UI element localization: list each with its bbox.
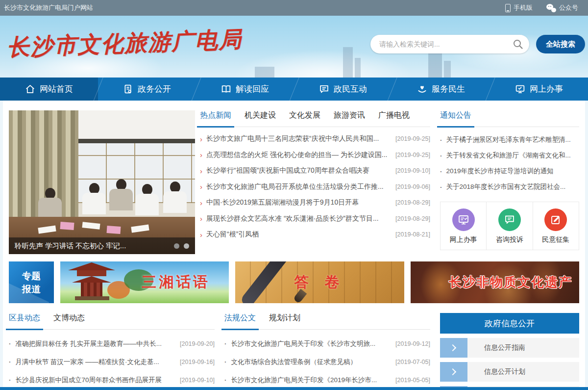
district-item[interactable]: 长沙县庆祝新中国成立70周年群众书画作品展开展 [2019-09-10] [9, 371, 215, 389]
news-item-date: [2019-08-29] [395, 215, 430, 222]
news-item-title: 点亮理想信念的火炬 强化初心使命的担当— 为长沙建设国... [206, 151, 392, 159]
site-name: 长沙市文化旅游广电局门户网站 [4, 3, 93, 12]
book-icon [221, 84, 231, 94]
wechat-account-link[interactable]: 公众号 [546, 3, 578, 12]
carousel-caption[interactable]: 聆听先声 学习讲话 不忘初心 牢记... [15, 241, 126, 251]
regulation-item[interactable]: 文化市场综合执法管理条例（征求意见稿） [2019-07-05] [224, 353, 430, 371]
tab-broadcast-tv[interactable]: 广播电视 [378, 110, 410, 127]
tab-tourism-info[interactable]: 旅游资讯 [334, 110, 365, 127]
search-area: 全站搜索 [370, 35, 585, 53]
chevron-right-icon [440, 362, 467, 382]
notice-section: 通知公告 关于橘子洲景区对毛泽东青年艺术雕塑清... 关于转发省文化和旅游厅《湖… [440, 110, 579, 254]
quick-link-opinion-collection[interactable]: 民意征集 [533, 202, 579, 250]
tab-hot-news[interactable]: 热点新闻 [200, 110, 231, 127]
bottom-row: 区县动态 文博动态 准确把握目标任务 扎实开展主题教育——中共长... [201… [9, 313, 579, 390]
tab-district-news[interactable]: 区县动态 [9, 313, 40, 329]
document-icon [123, 84, 133, 94]
quick-link-online-services[interactable]: 网上办事 [441, 202, 486, 250]
banner-dajuan[interactable]: 答 卷 [235, 261, 404, 303]
monitor-icon [515, 84, 525, 94]
search-input[interactable] [378, 40, 513, 49]
mobile-version-link[interactable]: 手机版 [505, 3, 533, 12]
news-item[interactable]: 中国·长沙2019第五届湖湘动漫月将于9月10日开幕 [2019-08-29] [200, 195, 430, 211]
banner-intangible-heritage[interactable]: 长沙非物质文化遗产 [411, 261, 579, 303]
nav-item-home[interactable]: 网站首页 [0, 78, 98, 101]
special-box-line2: 报道 [22, 283, 41, 296]
district-item-date: [2019-09-20] [180, 340, 215, 347]
notice-title[interactable]: 通知公告 [440, 110, 471, 127]
quick-link-label: 网上办事 [441, 235, 486, 244]
district-item[interactable]: 月满中秋节 苗汉一家亲 ——精准扶贫·文化走基... [2019-09-16] [9, 353, 215, 371]
notice-item-title: 关于橘子洲景区对毛泽东青年艺术雕塑清... [446, 135, 580, 144]
nav-item-public-service[interactable]: 服务民生 [392, 78, 490, 101]
tab-regulations[interactable]: 法规公文 [224, 313, 256, 329]
news-item-date: [2019-09-25] [395, 152, 430, 158]
tab-culture-development[interactable]: 文化发展 [289, 110, 320, 127]
quick-link-label: 咨询投诉 [487, 235, 532, 244]
regulation-item-title: 长沙市文化旅游广电局关于印发《2019年长沙市... [231, 376, 393, 385]
quick-link-consult-complaint[interactable]: 咨询投诉 [486, 202, 532, 250]
news-item-title: 长沙市文旅广电局十三名同志荣获“庆祝中华人民共和国... [206, 134, 392, 143]
district-item-title: 准确把握目标任务 扎实开展主题教育——中共长... [16, 339, 177, 348]
nav-label: 网站首页 [40, 83, 73, 95]
nav-item-gov-affairs[interactable]: 政务公开 [98, 78, 196, 101]
district-item-title: 长沙县庆祝新中国成立70周年群众书画作品展开展 [16, 376, 177, 385]
pavilion-graphic [68, 262, 115, 270]
tab-agency-building[interactable]: 机关建设 [245, 110, 276, 127]
notice-list: 关于橘子洲景区对毛泽东青年艺术雕塑清... 关于转发省文化和旅游厅《湖南省文化和… [440, 132, 579, 195]
district-section: 区县动态 文博动态 准确把握目标任务 扎实开展主题教育——中共长... [201… [9, 313, 215, 390]
mobile-version-label: 手机版 [514, 3, 533, 12]
notice-item[interactable]: 2019年度长沙市持证导游培训的通知 [440, 163, 579, 179]
home-icon [25, 84, 35, 94]
chat-icon [498, 208, 521, 231]
skyline-building [343, 47, 353, 78]
news-item[interactable]: 长沙市文旅广电局十三名同志荣获“庆祝中华人民共和国... [2019-09-25… [200, 131, 430, 147]
special-reports-box[interactable]: 专题 报道 [9, 261, 54, 303]
gov-info-link-label: 信息公开计划 [467, 362, 579, 382]
regulation-item[interactable]: 长沙市文化旅游广电局关于印发《2019年长沙市... [2019-05-05] [224, 371, 430, 389]
news-item-title: 长沙市文化旅游广电局召开系统单位生活垃圾分类工作推... [206, 182, 392, 191]
special-box-line1: 专题 [22, 269, 41, 283]
regulation-item[interactable]: 长沙市文化旅游广电局关于印发《长沙市文明旅... [2019-09-12] [224, 335, 430, 353]
banner-sanxiang-huayu[interactable]: 三湘话语 [60, 261, 229, 303]
carousel-slide[interactable]: 聆听先声 学习讲话 不忘初心 牢记... [9, 110, 195, 254]
nav-item-online-services[interactable]: 网上办事 [490, 78, 588, 101]
regulation-item-date: [2019-07-05] [395, 359, 430, 365]
search-icon[interactable] [513, 39, 523, 50]
regulations-tabs: 法规公文 规划计划 [224, 313, 430, 330]
notice-item-title: 关于2018年度长沙市国有文艺院团社会... [446, 182, 580, 191]
news-item-title: 天心留“根”引凤栖 [206, 230, 392, 239]
notice-item[interactable]: 关于橘子洲景区对毛泽东青年艺术雕塑清... [440, 132, 579, 148]
news-item-title: 中国·长沙2019第五届湖湘动漫月将于9月10日开幕 [206, 198, 392, 207]
topbar: 长沙市文化旅游广电局门户网站 手机版 公众号 [0, 0, 588, 16]
regulation-item-date: [2019-09-12] [395, 340, 430, 347]
carousel-dot[interactable] [184, 243, 189, 249]
nav-label: 服务民生 [432, 83, 465, 95]
chevron-right-icon [440, 338, 467, 358]
news-item[interactable]: 天心留“根”引凤栖 [2019-08-21] [200, 227, 430, 243]
nav-item-interaction[interactable]: 政民互动 [294, 78, 392, 101]
notice-item[interactable]: 关于转发省文化和旅游厅《湖南省文化和... [440, 148, 579, 163]
regulation-item-title: 文化市场综合执法管理条例（征求意见稿） [231, 358, 393, 366]
nav-item-interpretation[interactable]: 解读回应 [196, 78, 294, 101]
gov-info-header[interactable]: 政府信息公开 [440, 313, 579, 334]
banner-title: 长沙非物质文化遗产 [449, 274, 572, 291]
tab-museum-news[interactable]: 文博动态 [53, 313, 85, 329]
notice-item[interactable]: 关于2018年度长沙市国有文艺院团社会... [440, 179, 579, 195]
news-item[interactable]: 长沙市文化旅游广电局召开系统单位生活垃圾分类工作推... [2019-09-06… [200, 179, 430, 195]
site-logo[interactable]: 长沙市文化旅游广电局 [6, 25, 243, 63]
monitor-icon [452, 208, 475, 231]
carousel-dot[interactable] [174, 243, 179, 249]
carousel-dots [174, 243, 189, 249]
pavilion-graphic [75, 296, 109, 300]
gov-info-plan-link[interactable]: 信息公开计划 [440, 362, 579, 382]
district-item[interactable]: 准确把握目标任务 扎实开展主题教育——中共长... [2019-09-20] [9, 335, 215, 353]
gov-info-guide-link[interactable]: 信息公开指南 [440, 338, 579, 358]
news-item[interactable]: 长沙举行“祖国颂”庆祝新中国成立70周年群众合唱决赛 [2019-09-10] [200, 163, 430, 179]
news-item[interactable]: 点亮理想信念的火炬 强化初心使命的担当— 为长沙建设国... [2019-09-… [200, 147, 430, 163]
site-search-button[interactable]: 全站搜索 [536, 35, 585, 53]
skyline-building [355, 58, 361, 78]
tab-plans[interactable]: 规划计划 [269, 313, 300, 329]
news-item[interactable]: 展现长沙群众文艺高水准 “欢乐潇湘·品质长沙”群文节目... [2019-08-… [200, 211, 430, 227]
skyline-building [255, 67, 274, 78]
